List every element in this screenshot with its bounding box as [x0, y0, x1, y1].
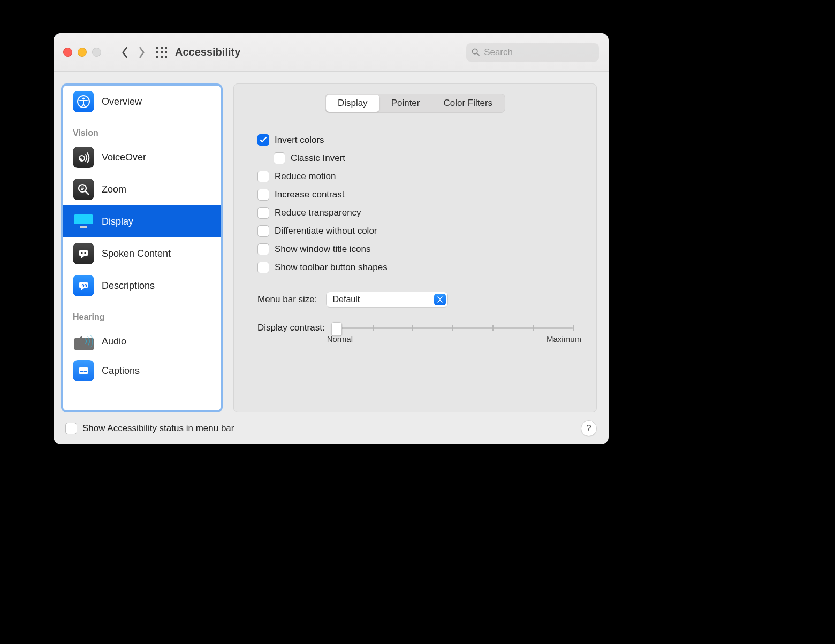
svg-point-13 [79, 156, 85, 161]
window-title: Accessibility [175, 46, 240, 58]
option-label: Increase contrast [275, 189, 344, 200]
preferences-window: Accessibility Overview Vision [54, 33, 609, 444]
window-footer: Show Accessibility status in menu bar ? [54, 412, 609, 444]
checkbox[interactable] [257, 262, 269, 273]
svg-rect-1 [161, 47, 163, 49]
grid-icon [156, 47, 168, 58]
zoom-icon [73, 179, 94, 200]
tab-display[interactable]: Display [326, 95, 379, 112]
sidebar-item-label: Spoken Content [102, 248, 171, 259]
window-controls [63, 48, 101, 57]
sidebar-item-descriptions[interactable]: 99 Descriptions [63, 270, 221, 302]
svg-line-16 [85, 191, 88, 194]
options-list: Invert colors Classic Invert Reduce moti… [257, 131, 573, 277]
svg-line-10 [477, 53, 479, 56]
tab-color-filters[interactable]: Color Filters [432, 95, 505, 112]
window-body: Overview Vision VoiceOver Zoom [54, 72, 609, 412]
sidebar-item-display[interactable]: Display [63, 205, 221, 237]
descriptions-icon: 99 [73, 275, 94, 296]
display-contrast-row: Display contrast: Normal [257, 323, 573, 346]
option-invert-colors[interactable]: Invert colors [257, 131, 573, 149]
slider-max-label: Maximum [546, 334, 581, 343]
chevron-left-icon [120, 47, 129, 58]
zoom-window-button[interactable] [92, 48, 101, 57]
svg-rect-27 [84, 371, 87, 373]
option-reduce-motion[interactable]: Reduce motion [257, 167, 573, 186]
checkbox[interactable] [257, 225, 269, 237]
sidebar-group-hearing: Hearing [63, 302, 221, 325]
chevron-right-icon [138, 47, 146, 58]
display-contrast-label: Display contrast: [257, 323, 325, 333]
option-label: Show Accessibility status in menu bar [82, 423, 234, 434]
select-value: Default [333, 295, 360, 304]
option-label: Show toolbar button shapes [275, 262, 388, 273]
checkbox[interactable] [274, 152, 285, 164]
checkbox[interactable] [257, 189, 269, 201]
sidebar-item-spoken-content[interactable]: Spoken Content [63, 237, 221, 270]
check-icon [260, 136, 267, 144]
svg-point-22 [84, 252, 86, 254]
option-label: Invert colors [275, 135, 324, 145]
sidebar-item-label: Zoom [102, 184, 126, 195]
option-label: Differentiate without color [275, 226, 377, 236]
sidebar-item-voiceover[interactable]: VoiceOver [63, 141, 221, 173]
minimize-window-button[interactable] [78, 48, 87, 57]
sidebar-item-label: Descriptions [102, 280, 155, 292]
sidebar-item-label: Audio [102, 336, 126, 347]
option-classic-invert[interactable]: Classic Invert [274, 149, 573, 167]
sidebar-item-label: Captions [102, 365, 140, 377]
help-button[interactable]: ? [581, 420, 597, 436]
close-window-button[interactable] [63, 48, 72, 57]
checkbox[interactable] [257, 207, 269, 219]
titlebar: Accessibility [54, 33, 609, 72]
svg-point-12 [82, 98, 85, 100]
option-reduce-transparency[interactable]: Reduce transparency [257, 204, 573, 222]
checkbox[interactable] [257, 134, 269, 146]
svg-rect-26 [80, 371, 84, 373]
footer-status-option[interactable]: Show Accessibility status in menu bar [65, 419, 234, 438]
svg-rect-20 [79, 250, 88, 256]
tab-pointer[interactable]: Pointer [379, 95, 432, 112]
sidebar-item-audio[interactable]: Audio [63, 325, 221, 357]
sidebar-item-captions[interactable]: Captions [63, 357, 221, 384]
search-input[interactable] [483, 47, 594, 58]
settings-panel: Display Pointer Color Filters Invert col… [233, 83, 597, 412]
svg-point-21 [81, 252, 82, 254]
sidebar: Overview Vision VoiceOver Zoom [61, 83, 223, 412]
sidebar-item-label: VoiceOver [102, 152, 146, 163]
option-label: Show window title icons [275, 244, 371, 255]
sidebar-item-overview[interactable]: Overview [63, 86, 221, 118]
svg-rect-4 [161, 51, 163, 53]
option-increase-contrast[interactable]: Increase contrast [257, 186, 573, 204]
svg-rect-5 [165, 51, 167, 53]
show-all-button[interactable] [156, 47, 168, 58]
forward-button[interactable] [133, 42, 150, 63]
captions-icon [73, 360, 94, 381]
svg-point-14 [80, 158, 82, 160]
option-differentiate-without-color[interactable]: Differentiate without color [257, 222, 573, 240]
menu-bar-size-select[interactable]: Default [326, 292, 448, 308]
svg-rect-6 [156, 56, 158, 58]
checkbox[interactable] [257, 243, 269, 255]
slider-min-label: Normal [327, 334, 353, 343]
svg-text:99: 99 [82, 283, 87, 288]
voiceover-icon [73, 147, 94, 168]
option-label: Reduce motion [275, 171, 336, 182]
checkbox[interactable] [65, 423, 77, 434]
display-contrast-slider[interactable]: Normal Maximum [332, 323, 573, 346]
svg-rect-2 [165, 47, 167, 49]
option-label: Classic Invert [291, 153, 345, 164]
option-show-toolbar-button-shapes[interactable]: Show toolbar button shapes [257, 258, 573, 277]
back-button[interactable] [116, 42, 133, 63]
sidebar-item-label: Overview [102, 96, 142, 108]
sidebar-item-label: Display [102, 216, 133, 227]
svg-rect-3 [156, 51, 158, 53]
checkbox[interactable] [257, 171, 269, 182]
search-field[interactable] [466, 43, 599, 62]
sidebar-item-zoom[interactable]: Zoom [63, 173, 221, 205]
option-show-window-title-icons[interactable]: Show window title icons [257, 240, 573, 258]
display-tabs: Display Pointer Color Filters [325, 94, 505, 113]
svg-rect-7 [161, 56, 163, 58]
audio-icon [73, 331, 94, 352]
accessibility-icon [73, 91, 94, 112]
